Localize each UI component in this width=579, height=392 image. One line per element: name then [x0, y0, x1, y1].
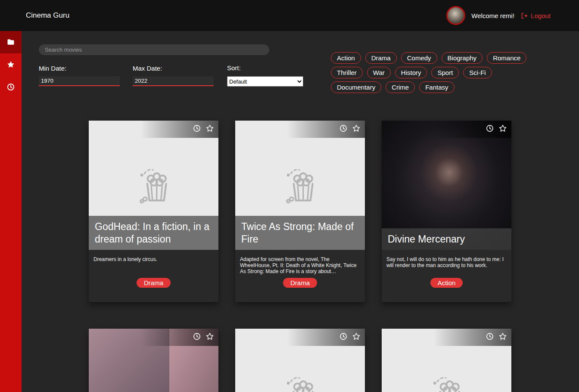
- genre-pill-biography[interactable]: Biography: [442, 52, 483, 64]
- welcome-text: Welcome remi!: [471, 12, 514, 19]
- watch-later-icon[interactable]: [339, 124, 348, 133]
- avatar[interactable]: [446, 6, 465, 25]
- poster-actions: [89, 121, 218, 138]
- movie-card-body: Say not, I will do so to him as he hath …: [382, 250, 511, 302]
- search-input[interactable]: [39, 44, 269, 55]
- genre-pill-crime[interactable]: Crime: [386, 81, 415, 93]
- main-content: Min Date: Max Date: Sort: Default Action…: [22, 31, 579, 392]
- poster-actions: [382, 329, 511, 346]
- movie-poster-placeholder: GodHead: In a fiction, in a dream of pas…: [89, 121, 218, 250]
- movie-poster-photo: [89, 329, 218, 392]
- logout-button[interactable]: Logout: [520, 12, 551, 19]
- sort-label: Sort:: [227, 64, 241, 72]
- genre-pill-drama[interactable]: Drama: [365, 52, 397, 64]
- tag-wrap: Drama: [240, 278, 360, 288]
- favorite-star-icon[interactable]: [205, 124, 214, 133]
- movie-poster-placeholder: Twice As Strong: Made of Fire: [235, 121, 365, 250]
- brand[interactable]: Cinema Guru: [26, 11, 69, 20]
- header: Cinema Guru Welcome remi! Logout: [0, 0, 579, 31]
- watch-later-icon[interactable]: [486, 332, 494, 341]
- sidebar-item-favorites[interactable]: [0, 53, 22, 76]
- sort-select[interactable]: Default: [227, 76, 303, 87]
- genre-filter-list: Action Drama Comedy Biography Romance Th…: [331, 52, 546, 93]
- folder-icon: [6, 38, 15, 47]
- movie-card[interactable]: Divine Mercenary Say not, I will do so t…: [382, 121, 511, 302]
- movie-grid: GodHead: In a fiction, in a dream of pas…: [89, 121, 529, 392]
- logout-icon: [520, 12, 528, 19]
- poster-actions: [235, 121, 365, 138]
- poster-actions: [89, 329, 218, 346]
- min-date-label: Min Date:: [39, 65, 66, 72]
- movie-poster-placeholder: [382, 329, 511, 392]
- tag-wrap: Drama: [93, 278, 214, 288]
- favorite-star-icon[interactable]: [352, 332, 361, 341]
- movie-title: Divine Mercenary: [382, 228, 511, 250]
- genre-pill-action[interactable]: Action: [331, 52, 361, 64]
- genre-pill-comedy[interactable]: Comedy: [401, 52, 437, 64]
- movie-card[interactable]: GodHead: In a fiction, in a dream of pas…: [89, 121, 218, 302]
- logout-label: Logout: [531, 12, 551, 19]
- watch-later-icon[interactable]: [486, 124, 494, 133]
- sidebar: [0, 31, 22, 392]
- genre-pill-war[interactable]: War: [367, 67, 391, 78]
- poster-actions: [235, 329, 365, 346]
- movie-title: GodHead: In a fiction, in a dream of pas…: [89, 216, 218, 250]
- genre-pill-history[interactable]: History: [395, 67, 427, 78]
- genre-pill-romance[interactable]: Romance: [487, 52, 526, 64]
- movie-card-body: Adapted for screen from the novel, The W…: [235, 250, 365, 302]
- sidebar-item-watch-later[interactable]: [0, 76, 22, 98]
- watch-later-icon[interactable]: [193, 124, 201, 133]
- movie-description: Dreamers in a lonely circus.: [93, 256, 214, 262]
- popcorn-icon: [128, 160, 179, 211]
- favorite-star-icon[interactable]: [498, 332, 507, 341]
- sidebar-item-home[interactable]: [0, 31, 22, 53]
- movie-card[interactable]: [382, 329, 511, 392]
- movie-description: Say not, I will do so to him as he hath …: [386, 256, 507, 268]
- movie-poster-photo: Divine Mercenary: [382, 121, 511, 250]
- movie-card-body: Dreamers in a lonely circus. Drama: [89, 250, 218, 302]
- max-date-label: Max Date:: [133, 65, 162, 72]
- movie-description: Adapted for screen from the novel, The W…: [240, 256, 360, 274]
- movie-card[interactable]: [89, 329, 218, 392]
- movie-genre-tag[interactable]: Drama: [283, 278, 317, 288]
- genre-pill-thriller[interactable]: Thriller: [331, 67, 363, 78]
- star-icon: [6, 60, 15, 69]
- movie-genre-tag[interactable]: Drama: [137, 278, 171, 288]
- genre-pill-documentary[interactable]: Documentary: [331, 81, 381, 93]
- favorite-star-icon[interactable]: [352, 124, 361, 133]
- movie-card[interactable]: Twice As Strong: Made of Fire Adapted fo…: [235, 121, 365, 302]
- movie-title: Twice As Strong: Made of Fire: [235, 216, 365, 250]
- genre-pill-sport[interactable]: Sport: [431, 67, 459, 78]
- header-right: Welcome remi! Logout: [446, 6, 551, 25]
- popcorn-icon: [275, 160, 326, 211]
- poster-actions: [382, 121, 511, 138]
- genre-pill-scifi[interactable]: Sci-Fi: [463, 67, 492, 78]
- popcorn-icon: [275, 368, 326, 392]
- tag-wrap: Action: [386, 278, 507, 288]
- movie-card[interactable]: [235, 329, 365, 392]
- watch-later-icon[interactable]: [339, 332, 348, 341]
- min-date-input[interactable]: [39, 76, 120, 86]
- popcorn-icon: [421, 368, 472, 392]
- movie-genre-tag[interactable]: Action: [430, 278, 463, 288]
- favorite-star-icon[interactable]: [205, 332, 214, 341]
- clock-icon: [6, 83, 15, 91]
- movie-poster-placeholder: [235, 329, 365, 392]
- genre-pill-fantasy[interactable]: Fantasy: [419, 81, 454, 93]
- favorite-star-icon[interactable]: [498, 124, 507, 133]
- watch-later-icon[interactable]: [193, 332, 201, 341]
- max-date-input[interactable]: [133, 76, 214, 86]
